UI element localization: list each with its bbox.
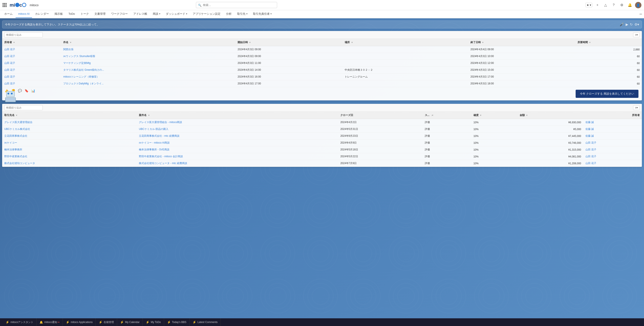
nav-dashboard[interactable]: ダッシュボード — [163, 10, 190, 18]
deal-link[interactable]: 楠本法律事務所 - SVE商談 — [139, 148, 170, 151]
nav-documents[interactable]: 文書管理 — [92, 10, 108, 18]
nav-analytics[interactable]: 分析 — [224, 10, 234, 18]
deals-table-header: 取引先名 ▾ 案件名 ▾ クローズ日 ス... ↓▾ 確度 ▾ 金額 ▾ 所有者 — [2, 112, 642, 119]
status-cell: 評価 — [423, 126, 471, 133]
deals-table-row: 立花田商事株式会社 立花田商事株式会社 - mtc 経費商談 2024年9月23… — [2, 133, 642, 140]
deal-owner-link[interactable]: 山田 花子 — [586, 148, 596, 151]
bell-button[interactable]: 🔔 — [627, 2, 633, 8]
deal-owner-link[interactable]: 山田 花子 — [586, 155, 596, 158]
dropdown-icon: ▾ — [590, 4, 591, 6]
owner-link[interactable]: 山田 花子 — [4, 68, 15, 71]
deal-link[interactable]: 野田中産業株式会社 - mitoco 会計商談 — [139, 155, 183, 158]
subject-link[interactable]: タマリス株式会社 Green様向けの... — [63, 68, 104, 71]
user-avatar[interactable]: 👤 — [635, 2, 642, 8]
app-name: mitoco — [30, 4, 38, 7]
subject-link[interactable]: ㈱ウィングス Stumuller様客 — [63, 55, 95, 58]
deal-cell: 野田中産業株式会社 - mitoco 会計商談 — [137, 153, 338, 160]
subject-link[interactable]: mitocoトレーニング（研修室） — [63, 75, 99, 78]
nav-mitoco-ai[interactable]: mitoco AI — [16, 10, 32, 18]
deal-link[interactable]: ㈱ケイコー - mitoco AI商談 — [139, 141, 170, 144]
schedule-table-row: 山田 花子 マーケティング定例Mtg 2024年4月3日 11:00 2024年… — [2, 60, 642, 67]
settings-small-icon[interactable]: ⚙▾ — [634, 22, 639, 26]
deal-link[interactable]: グレイス医大通管理組合 - mitoco商談 — [139, 121, 182, 124]
owner-link[interactable]: 山田 花子 — [4, 48, 15, 51]
nav-deals[interactable]: 商談 — [150, 10, 163, 18]
deals-table-row: 楠本法律事務所 楠本法律事務所 - SVE商談 2024年5月18日 評価 10… — [2, 146, 642, 153]
client-link[interactable]: 立花田商事株式会社 — [4, 134, 27, 137]
client-cell: 株式会社琥珀コンピュータ — [2, 160, 137, 167]
amount-cell: ¥4,081,000 — [518, 153, 583, 160]
deal-owner-link[interactable]: 佐藤 誠 — [586, 121, 594, 124]
deal-owner-link[interactable]: 山田 花子 — [586, 162, 596, 165]
subject-cell: ㈱ウィングス Stumuller様客 — [61, 53, 236, 60]
col-start: 開始日時 ▾ — [236, 39, 342, 46]
deal-link[interactable]: UBCケミカル-部品の購入 — [139, 128, 168, 130]
owner-cell: 山田 花子 — [2, 74, 61, 80]
amount-cell: ¥7,445,000 — [518, 133, 583, 140]
owner-link[interactable]: 山田 花子 — [4, 82, 15, 85]
nav-calendar[interactable]: カレンダー — [32, 10, 52, 18]
deal-owner-link[interactable]: 佐藤 誠 — [586, 134, 594, 137]
duration-cell: 60 — [576, 60, 642, 67]
location-cell — [342, 60, 468, 67]
owner-link[interactable]: 山田 花子 — [4, 55, 15, 58]
help-button[interactable]: ？ — [611, 2, 617, 8]
chart-icon[interactable]: 📊 — [31, 89, 35, 93]
grid-menu-icon[interactable] — [2, 3, 6, 7]
microphone-icon[interactable]: 🎤 — [620, 22, 624, 26]
search-input[interactable] — [196, 2, 277, 8]
notification-triangle-icon[interactable]: △ — [602, 2, 608, 8]
show-deals-button[interactable]: 今年 クローズする 商談を表示してください — [576, 90, 638, 98]
deal-cell: 立花田商事株式会社 - mtc 経費商談 — [137, 133, 338, 140]
client-link[interactable]: 株式会社琥珀コンピュータ — [4, 162, 35, 165]
nav-todo[interactable]: ToDo — [66, 10, 77, 18]
col-client: 取引先名 ▾ — [2, 112, 137, 119]
nav-talk[interactable]: トーク — [78, 10, 92, 18]
panel1-search[interactable] — [4, 32, 43, 38]
panel2-search[interactable] — [4, 105, 43, 110]
status-cell: 評価 — [423, 133, 471, 140]
deal-owner-cell: 佐藤 誠 — [583, 126, 642, 133]
nav-app-settings[interactable]: アプリケーション設定 — [190, 10, 223, 18]
add-button[interactable]: ＋ — [594, 2, 600, 8]
close-cell: 2024年5月22日 — [338, 153, 423, 160]
deals-table-row: 野田中産業株式会社 野田中産業株式会社 - mitoco 会計商談 2024年5… — [2, 153, 642, 160]
nav-edit-icon[interactable]: ✏ — [640, 12, 642, 16]
comment-icon[interactable]: 💬 — [18, 89, 22, 93]
refresh-icon[interactable]: ↻ — [630, 22, 633, 26]
subject-link[interactable]: 関西出張 — [63, 48, 74, 51]
nav-address[interactable]: アドレス帳 — [131, 10, 150, 18]
nav-clients[interactable]: 取引先 — [234, 10, 250, 18]
rate-cell: 10% — [471, 140, 518, 146]
send-icon[interactable]: ▶ — [626, 22, 628, 26]
amount-cell: ¥3,746,000 — [518, 140, 583, 146]
nav-bulletin[interactable]: 掲示板 — [52, 10, 66, 18]
ai-input-bar: 今年クローズする商談を表示して下さい。ステータスは70%以上に絞って。 🎤 ▶ … — [2, 20, 642, 28]
subject-link[interactable]: マーケティング定例Mtg — [63, 62, 90, 64]
panel2-menu-button[interactable]: ≡▾ — [633, 105, 640, 110]
owner-link[interactable]: 山田 花子 — [4, 75, 15, 78]
nav-workflow[interactable]: ワークフロー — [108, 10, 130, 18]
duration-cell: 60 — [576, 74, 642, 80]
client-link[interactable]: ㈱ケイコー — [4, 141, 17, 144]
deal-owner-link[interactable]: 佐藤 誠 — [586, 128, 594, 130]
owner-link[interactable]: 山田 花子 — [4, 62, 15, 64]
deal-link[interactable]: 立花田商事株式会社 - mtc 経費商談 — [139, 134, 179, 137]
deal-owner-link[interactable]: 山田 花子 — [586, 141, 596, 144]
favorites-button[interactable]: ★ ▾ — [586, 3, 592, 7]
rate-cell: 10% — [471, 160, 518, 167]
client-link[interactable]: 楠本法律事務所 — [4, 148, 22, 151]
client-link[interactable]: UBCケミカル株式会社 — [4, 128, 30, 130]
client-link[interactable]: 野田中産業株式会社 — [4, 155, 27, 158]
bookmark-icon[interactable]: 🔖 — [24, 89, 29, 93]
deal-link[interactable]: 株式会社琥珀コンピュータ - mtc 経費商談 — [139, 162, 187, 165]
status-cell: 評価 — [423, 146, 471, 153]
subject-link[interactable]: プロジェクトDailyMtg（オンライ... — [63, 82, 104, 85]
deal-cell: ㈱ケイコー - mitoco AI商談 — [137, 140, 338, 146]
nav-home[interactable]: ホーム — [2, 10, 15, 18]
logo: mi c — [10, 2, 26, 8]
nav-contacts[interactable]: 取引先責任者 — [250, 10, 274, 18]
panel1-menu-button[interactable]: ≡▾ — [633, 32, 640, 37]
client-link[interactable]: グレイス医大通管理組合 — [4, 121, 32, 124]
settings-button[interactable]: ⚙ — [619, 2, 625, 8]
